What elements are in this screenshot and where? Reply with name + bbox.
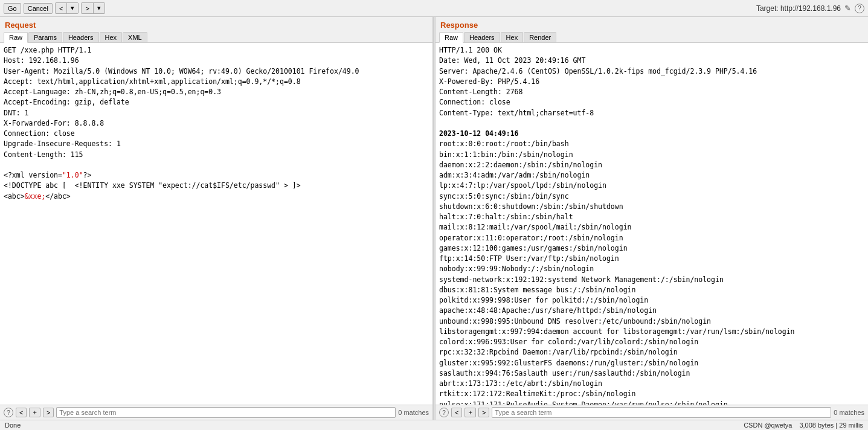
response-search-matches: 0 matches — [834, 409, 864, 416]
request-search-next[interactable]: > — [43, 408, 54, 417]
request-search-bar: ? < + > 0 matches — [0, 405, 432, 420]
tab-response-headers[interactable]: Headers — [464, 32, 500, 42]
prev-dropdown-button[interactable]: ▾ — [67, 3, 78, 13]
tab-request-xml[interactable]: XML — [123, 32, 147, 42]
response-search-next-plus[interactable]: + — [465, 408, 475, 417]
status-left: Done — [5, 422, 21, 429]
request-tabs: Raw Params Headers Hex XML — [0, 31, 432, 43]
next-dropdown-button[interactable]: ▾ — [94, 3, 104, 13]
target-label: Target: http://192.168.1.96 — [756, 4, 841, 13]
response-search-next[interactable]: > — [478, 408, 489, 417]
tab-response-raw[interactable]: Raw — [439, 32, 463, 43]
next-button[interactable]: > — [82, 3, 93, 13]
request-search-prev[interactable]: < — [16, 408, 27, 417]
request-search-help[interactable]: ? — [4, 408, 13, 417]
tab-response-render[interactable]: Render — [524, 32, 556, 42]
request-search-input[interactable] — [56, 407, 396, 418]
top-bar: Go Cancel < ▾ > ▾ Target: http://192.168… — [0, 0, 868, 17]
response-title: Response — [436, 17, 868, 31]
prev-button[interactable]: < — [56, 3, 67, 13]
next-nav-group: > ▾ — [81, 2, 104, 14]
tab-request-hex[interactable]: Hex — [100, 32, 123, 42]
status-bytes: 3,008 bytes | 29 millis — [799, 422, 863, 429]
tab-request-raw[interactable]: Raw — [4, 32, 28, 43]
request-panel: Request Raw Params Headers Hex XML GET /… — [0, 17, 433, 420]
response-search-help[interactable]: ? — [439, 408, 449, 417]
main-content: Request Raw Params Headers Hex XML GET /… — [0, 17, 868, 420]
response-panel: Response Raw Headers Hex Render HTTP/1.1… — [436, 17, 868, 420]
tab-request-headers[interactable]: Headers — [63, 32, 99, 42]
request-search-matches: 0 matches — [398, 409, 429, 416]
tab-request-params[interactable]: Params — [28, 32, 62, 42]
response-content: HTTP/1.1 200 OK Date: Wed, 11 Oct 2023 2… — [436, 43, 868, 405]
request-search-next-plus[interactable]: + — [29, 408, 40, 417]
request-content: GET /xxe.php HTTP/1.1 Host: 192.168.1.96… — [0, 43, 432, 405]
go-button[interactable]: Go — [4, 3, 21, 14]
nav-controls: Go Cancel < ▾ > ▾ — [4, 2, 105, 14]
prev-nav-group: < ▾ — [55, 2, 79, 14]
edit-icon[interactable]: ✎ — [844, 4, 851, 13]
response-tabs: Raw Headers Hex Render — [436, 31, 868, 43]
status-source: CSDN @qwetya — [744, 422, 792, 429]
status-bar: Done CSDN @qwetya 3,008 bytes | 29 milli… — [0, 420, 868, 430]
cancel-button[interactable]: Cancel — [24, 3, 53, 14]
request-title: Request — [0, 17, 432, 31]
status-right: CSDN @qwetya 3,008 bytes | 29 millis — [744, 422, 863, 429]
response-search-bar: ? < + > 0 matches — [436, 405, 868, 420]
response-search-prev[interactable]: < — [451, 408, 462, 417]
target-section: Target: http://192.168.1.96 ✎ ? — [756, 4, 864, 13]
help-icon[interactable]: ? — [855, 4, 864, 13]
tab-response-hex[interactable]: Hex — [501, 32, 524, 42]
response-search-input[interactable] — [492, 407, 831, 418]
